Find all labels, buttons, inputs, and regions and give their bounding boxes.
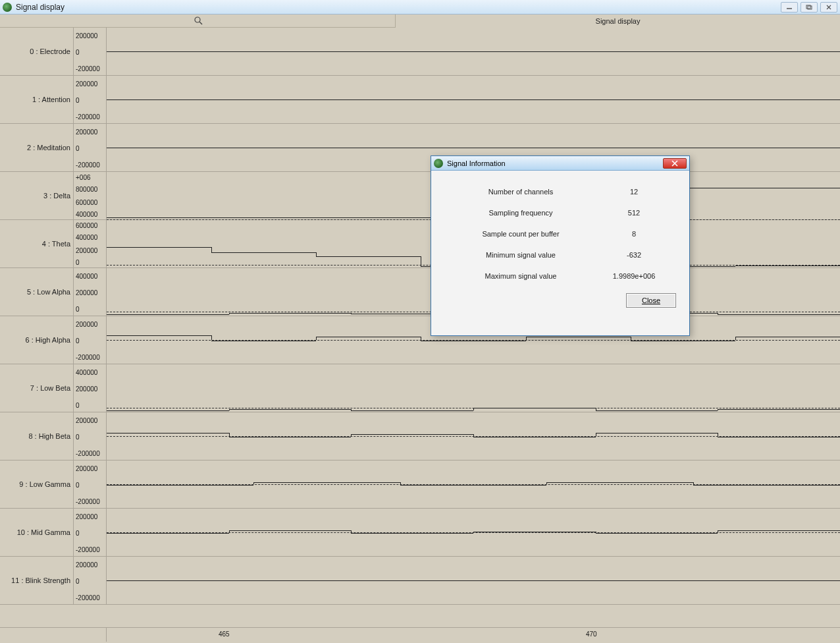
maximize-button[interactable] — [801, 2, 818, 13]
close-button[interactable] — [820, 2, 837, 13]
signal-row: 5 : Low Alpha4000002000000 — [0, 268, 840, 316]
y-tick: 0 — [76, 578, 80, 585]
y-tick: 200000 — [76, 418, 97, 424]
close-button-label: Close — [642, 296, 660, 304]
y-ticks: 4000002000000 — [74, 364, 107, 412]
info-row: Maximum signal value1.9989e+006 — [447, 266, 673, 287]
info-row: Sample count per buffer8 — [447, 223, 673, 244]
channel-label: 4 : Theta — [0, 220, 74, 267]
dialog-close-x[interactable] — [663, 158, 687, 169]
channel-label: 3 : Delta — [0, 172, 74, 219]
y-ticks: 2000000-200000 — [74, 461, 107, 508]
signal-row: 4 : Theta6000004000002000000 — [0, 220, 840, 268]
y-ticks: +006800000600000400000 — [74, 172, 107, 219]
y-tick: 400000 — [76, 211, 97, 218]
y-tick: 600000 — [76, 200, 97, 206]
info-label: Sample count per buffer — [447, 230, 594, 238]
dialog-title: Signal Information — [447, 159, 506, 167]
minimize-button[interactable] — [781, 2, 798, 13]
signal-row: 10 : Mid Gamma2000000-200000 — [0, 509, 840, 557]
y-tick: +006 — [76, 175, 91, 181]
dialog-close-button[interactable]: Close — [626, 293, 676, 308]
y-tick: -200000 — [76, 499, 100, 505]
y-tick: 0 — [76, 403, 80, 409]
plot-area[interactable] — [107, 557, 840, 604]
x-tick: 465 — [219, 630, 230, 638]
info-value: -632 — [594, 251, 673, 259]
y-ticks: 2000000-200000 — [74, 124, 107, 171]
y-tick: 200000 — [76, 386, 97, 393]
info-row: Number of channels12 — [447, 181, 673, 202]
y-tick: -200000 — [76, 595, 100, 601]
y-tick: 0 — [76, 98, 80, 104]
y-ticks: 6000004000002000000 — [74, 220, 107, 267]
y-tick: 0 — [76, 146, 80, 152]
y-tick: -200000 — [76, 162, 100, 169]
y-tick: 200000 — [76, 248, 97, 254]
signal-row: 11 : Blink Strength2000000-200000 — [0, 557, 840, 605]
plot-area[interactable] — [107, 461, 840, 508]
y-tick: 200000 — [76, 562, 97, 569]
signal-row: 7 : Low Beta4000002000000 — [0, 364, 840, 412]
y-tick: -200000 — [76, 451, 100, 457]
y-tick: 0 — [76, 49, 80, 56]
info-row: Sampling frequency512 — [447, 202, 673, 223]
main-window-titlebar: Signal display — [0, 0, 840, 14]
signal-row: 0 : Electrode2000000-200000 — [0, 28, 840, 76]
y-tick: -200000 — [76, 66, 100, 72]
channel-label: 9 : Low Gamma — [0, 461, 74, 508]
y-tick: 200000 — [76, 129, 97, 136]
signal-info-dialog: Signal Information Number of channels12S… — [431, 155, 690, 336]
channel-label: 2 : Meditation — [0, 124, 74, 171]
signal-row: 2 : Meditation2000000-200000 — [0, 124, 840, 172]
svg-line-6 — [199, 22, 202, 24]
channel-label: 5 : Low Alpha — [0, 268, 74, 316]
signal-row: 6 : High Alpha2000000-200000 — [0, 316, 840, 364]
info-label: Number of channels — [447, 188, 594, 196]
y-tick: -200000 — [76, 547, 100, 553]
y-tick: 400000 — [76, 273, 97, 280]
signal-row: 1 : Attention2000000-200000 — [0, 76, 840, 124]
dialog-titlebar[interactable]: Signal Information — [431, 156, 689, 171]
y-tick: 600000 — [76, 223, 97, 229]
toolbar: Signal display — [0, 14, 840, 28]
app-icon — [434, 159, 443, 168]
signal-row: 9 : Low Gamma2000000-200000 — [0, 461, 840, 509]
channel-label: 8 : High Beta — [0, 412, 74, 460]
y-tick: 0 — [76, 338, 80, 345]
signal-row: 8 : High Beta2000000-200000 — [0, 412, 840, 461]
y-tick: 800000 — [76, 186, 97, 193]
y-ticks: 2000000-200000 — [74, 28, 107, 75]
y-ticks: 2000000-200000 — [74, 557, 107, 604]
info-value: 8 — [594, 230, 673, 238]
channel-label: 11 : Blink Strength — [0, 557, 74, 604]
plot-area[interactable] — [107, 28, 840, 75]
y-tick: 0 — [76, 530, 80, 537]
y-tick: 0 — [76, 434, 80, 441]
y-tick: 200000 — [76, 81, 97, 88]
y-tick: 200000 — [76, 33, 97, 40]
y-tick: -200000 — [76, 114, 100, 121]
info-value: 12 — [594, 188, 673, 196]
y-tick: 200000 — [76, 466, 97, 472]
plot-area[interactable] — [107, 76, 840, 123]
y-tick: 0 — [76, 306, 80, 313]
app-icon — [3, 3, 12, 12]
y-ticks: 2000000-200000 — [74, 412, 107, 460]
channel-label: 1 : Attention — [0, 76, 74, 123]
plot-area[interactable] — [107, 364, 840, 412]
plot-area[interactable] — [107, 509, 840, 556]
header-label: Signal display — [395, 14, 840, 28]
y-tick: 200000 — [76, 290, 97, 296]
channel-label: 10 : Mid Gamma — [0, 509, 74, 556]
header-label-text: Signal display — [596, 17, 641, 25]
channel-label: 0 : Electrode — [0, 28, 74, 75]
signal-rows: 0 : Electrode2000000-2000001 : Attention… — [0, 28, 840, 627]
info-value: 512 — [594, 209, 673, 217]
y-tick: -200000 — [76, 354, 100, 361]
plot-area[interactable] — [107, 412, 840, 460]
y-tick: 200000 — [76, 322, 97, 328]
magnifier-icon[interactable] — [194, 16, 203, 25]
info-row: Minimum signal value-632 — [447, 244, 673, 266]
svg-point-5 — [195, 17, 200, 22]
